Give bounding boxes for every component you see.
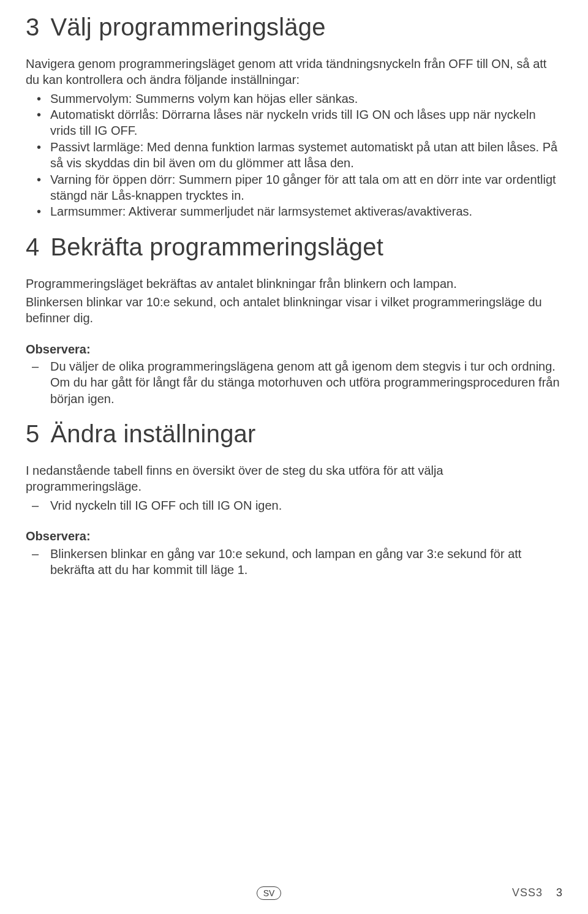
page-footer: SV VSS3 3 [0,886,588,901]
section-5-title: Ändra inställningar [50,418,255,450]
list-item: Blinkersen blinkar en gång var 10:e seku… [26,546,562,578]
list-item: Du väljer de olika programmeringslägena … [26,358,562,407]
list-item: Automatiskt dörrlås: Dörrarna låses när … [26,107,562,139]
section-5-note-list: Blinkersen blinkar en gång var 10:e seku… [26,546,562,578]
list-item: Larmsummer: Aktiverar summerljudet när l… [26,203,562,219]
section-3-title: Välj programmeringsläge [50,11,325,43]
section-4-para-1: Programmeringsläget bekräftas av antalet… [26,276,562,292]
section-5-heading: 5 Ändra inställningar [26,418,562,450]
section-4-note-label: Observera: [26,341,562,357]
list-item: Passivt larmläge: Med denna funktion lar… [26,139,562,172]
list-item: Vrid nyckeln till IG OFF och till IG ON … [26,497,562,513]
section-3-heading: 3 Välj programmeringsläge [26,11,562,43]
section-4-heading: 4 Bekräfta programmeringsläget [26,231,562,263]
section-3-bullets: Summervolym: Summerns volym kan höjas el… [26,91,562,220]
list-item: Summervolym: Summerns volym kan höjas el… [26,91,562,107]
section-4-number: 4 [26,231,39,263]
section-5-steps: Vrid nyckeln till IG OFF och till IG ON … [26,497,562,513]
list-item: Varning för öppen dörr: Summern piper 10… [26,172,562,204]
footer-doc-code: VSS3 [512,886,543,901]
section-5-number: 5 [26,418,39,450]
footer-page-number: 3 [556,886,562,901]
section-4-note-list: Du väljer de olika programmeringslägena … [26,358,562,407]
section-4-para-2: Blinkersen blinkar var 10:e sekund, och … [26,294,562,327]
section-4-title: Bekräfta programmeringsläget [50,231,383,263]
section-5-intro: I nedanstående tabell finns en översikt … [26,463,562,495]
footer-language-badge: SV [257,886,282,900]
section-3-intro: Navigera genom programmeringsläget genom… [26,56,562,88]
section-5-note-label: Observera: [26,528,562,544]
section-3-number: 3 [26,11,39,43]
